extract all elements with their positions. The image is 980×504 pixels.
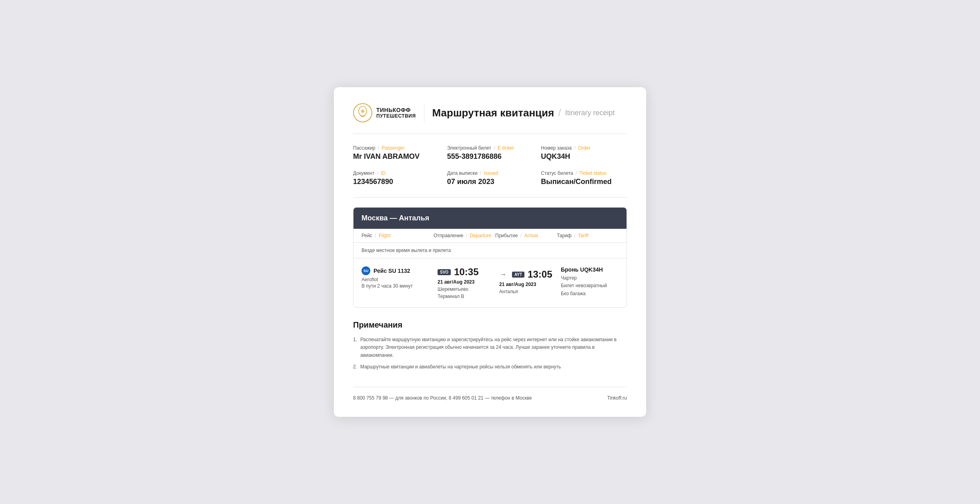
note-item-2: 2. Маршрутные квитанции и авиабилеты на …	[353, 363, 627, 371]
note-2-text: Маршрутные квитанции и авиабилеты на чар…	[360, 363, 561, 371]
eticket-value: 555-3891786886	[447, 152, 533, 161]
ticket-status-label: Статус билета / Ticket status	[541, 170, 627, 176]
passenger-label: Пассажир / Passenger	[353, 145, 439, 151]
arr-time: 13:05	[528, 269, 552, 280]
document-label: Документ / ID	[353, 170, 439, 176]
tariff-cell: Бронь UQK34H Чартер Билет невозвратный Б…	[561, 266, 619, 298]
col-tariff: Тариф / Tariff	[557, 233, 619, 238]
tariff-return: Билет невозвратный	[561, 282, 619, 290]
airline-icon: SU	[361, 266, 370, 275]
flight-row: SU Рейс SU 1132 Aeroflot В пути 2 часа 3…	[353, 258, 627, 307]
col-flight: Рейс / Flight	[361, 233, 434, 238]
flight-airline: Aeroflot	[361, 277, 434, 282]
dep-time: 10:35	[454, 266, 478, 278]
arrow-cell: → AYT 13:05 21 авг/Aug 2023 Анталья	[499, 266, 557, 294]
route-note: Везде местное время вылета и прилета	[353, 243, 627, 258]
passenger-value: Mr IVAN ABRAMOV	[353, 152, 439, 161]
issued-cell: Дата выписки / Issued 07 июля 2023	[447, 170, 533, 186]
flight-arrow-icon: →	[499, 270, 506, 279]
header-divider	[424, 103, 424, 122]
document-cell: Документ / ID 1234567890	[353, 170, 439, 186]
brand-name: ТИНЬКОФФ	[376, 107, 416, 113]
route-section: Москва — Анталья Рейс / Flight Отправлен…	[353, 207, 627, 308]
dep-airport-badge: SVO	[438, 269, 451, 275]
arr-city: Анталья	[499, 289, 552, 294]
tariff-details: Чартер Билет невозвратный Без багажа	[561, 274, 619, 298]
arr-airport-badge: AYT	[512, 272, 524, 278]
flight-duration: В пути 2 часа 30 минут	[361, 283, 434, 289]
document-title-ru: Маршрутная квитанция	[432, 107, 554, 119]
passenger-cell: Пассажир / Passenger Mr IVAN ABRAMOV	[353, 145, 439, 161]
svg-point-3	[362, 110, 363, 112]
flight-number: Рейс SU 1132	[374, 268, 410, 274]
title-slash: /	[558, 107, 561, 119]
flight-name-row: SU Рейс SU 1132	[361, 266, 434, 275]
tariff-booking: Бронь UQK34H	[561, 266, 619, 273]
order-label: Номер заказа / Order	[541, 145, 627, 151]
ticket-status-cell: Статус билета / Ticket status Выписан/Co…	[541, 170, 627, 186]
notes-title: Примечания	[353, 320, 627, 330]
issued-value: 07 июля 2023	[447, 178, 533, 186]
order-value: UQK34H	[541, 152, 627, 161]
dep-terminal: Терминал В	[438, 294, 495, 299]
document-value: 1234567890	[353, 178, 439, 186]
brand-sub: ПУТЕШЕСТВИЯ	[376, 113, 416, 119]
dep-airport-time: SVO 10:35	[438, 266, 495, 278]
issued-label: Дата выписки / Issued	[447, 170, 533, 176]
notes-section: Примечания 1. Распечатайте маршрутную кв…	[353, 320, 627, 371]
logo-area: ТИНЬКОФФ ПУТЕШЕСТВИЯ	[353, 103, 416, 122]
itinerary-receipt: ТИНЬКОФФ ПУТЕШЕСТВИЯ Маршрутная квитанци…	[334, 87, 646, 417]
dep-date: 21 авг/Aug 2023	[438, 279, 495, 285]
tinkoff-logo-icon	[353, 103, 372, 122]
col-departure: Отправление / Departure	[434, 233, 495, 238]
logo-text: ТИНЬКОФФ ПУТЕШЕСТВИЯ	[376, 107, 416, 119]
document-title-en: Itinerary receipt	[565, 109, 615, 117]
col-arrival: Прибытие / Arrival	[495, 233, 557, 238]
order-cell: Номер заказа / Order UQK34H	[541, 145, 627, 161]
footer-brand: Tinkoff.ru	[607, 395, 627, 401]
route-header: Москва — Анталья	[353, 208, 627, 229]
route-table-header: Рейс / Flight Отправление / Departure Пр…	[353, 229, 627, 243]
document-footer: 8 800 755 79 98 — для звонков по России,…	[353, 387, 627, 401]
eticket-cell: Электронный билет / E-ticket 555-3891786…	[447, 145, 533, 161]
eticket-label: Электронный билет / E-ticket	[447, 145, 533, 151]
note-item-1: 1. Распечатайте маршрутную квитанцию и з…	[353, 336, 627, 359]
arr-date: 21 авг/Aug 2023	[499, 282, 552, 287]
arrival-cell: → AYT 13:05 21 авг/Aug 2023 Анталья	[499, 269, 552, 294]
dep-city: Шереметьево	[438, 286, 495, 292]
note-1-text: Распечатайте маршрутную квитанцию и заре…	[360, 336, 627, 359]
title-area: Маршрутная квитанция / Itinerary receipt	[432, 107, 615, 119]
arr-airport-time: → AYT 13:05	[499, 269, 552, 280]
flight-info: SU Рейс SU 1132 Aeroflot В пути 2 часа 3…	[361, 266, 434, 289]
departure-cell: SVO 10:35 21 авг/Aug 2023 Шереметьево Те…	[438, 266, 495, 299]
document-header: ТИНЬКОФФ ПУТЕШЕСТВИЯ Маршрутная квитанци…	[353, 103, 627, 134]
passenger-info-grid: Пассажир / Passenger Mr IVAN ABRAMOV Эле…	[353, 134, 627, 198]
tariff-type: Чартер	[561, 274, 619, 282]
footer-phones: 8 800 755 79 98 — для звонков по России,…	[353, 395, 532, 401]
tariff-baggage: Без багажа	[561, 290, 619, 298]
ticket-status-value: Выписан/Confirmed	[541, 178, 627, 186]
